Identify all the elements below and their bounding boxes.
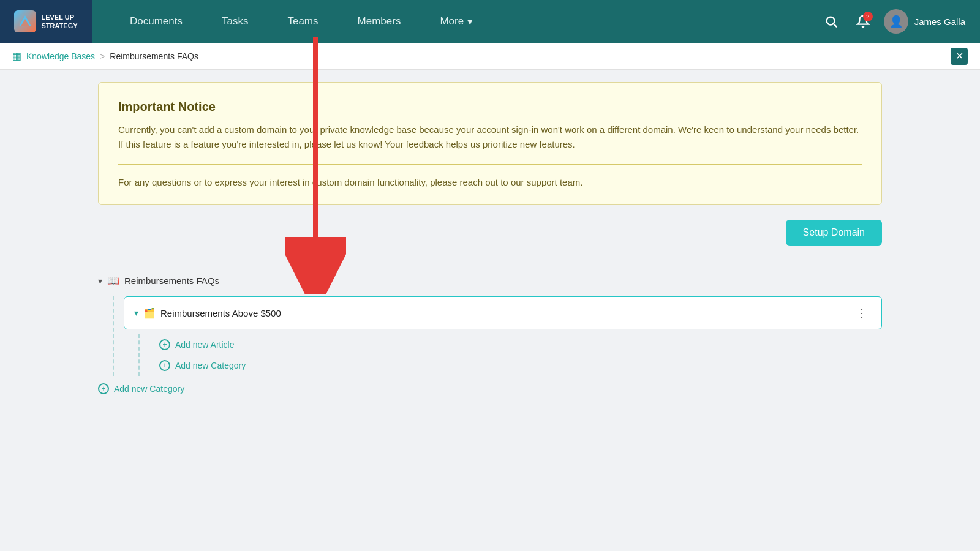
breadcrumb-action-button[interactable]: ✕ (951, 48, 968, 65)
notice-footer: For any questions or to express your int… (118, 177, 862, 187)
tree-collapse-icon[interactable]: ▾ (98, 276, 102, 286)
chevron-down-icon: ▾ (467, 15, 473, 28)
nav-members[interactable]: Members (338, 0, 421, 43)
notice-divider (118, 164, 862, 165)
main-content: Important Notice Currently, you can't ad… (0, 70, 980, 551)
tree-root-header: ▾ 📖 Reimbursements FAQs (98, 270, 882, 291)
category-more-button[interactable]: ⋮ (852, 304, 872, 321)
category-collapse-icon[interactable]: ▾ (134, 308, 138, 318)
nested-items: + Add new Article + Add new Category (138, 334, 882, 376)
category-name: Reimbursements Above $500 (160, 308, 847, 318)
svg-point-2 (826, 17, 834, 25)
navbar: level up strategy Documents Tasks Teams … (0, 0, 980, 43)
tree-section: ▾ 📖 Reimbursements FAQs ▾ 🗂️ Reimburseme… (98, 270, 882, 399)
notice-title: Important Notice (118, 100, 862, 114)
breadcrumb-current-page: Reimbursements FAQs (110, 51, 198, 61)
svg-line-3 (834, 24, 837, 27)
logo-text: level up strategy (41, 13, 77, 31)
breadcrumb-kb-link[interactable]: Knowledge Bases (26, 51, 95, 61)
user-name: James Galla (914, 17, 965, 27)
nav-teams[interactable]: Teams (268, 0, 337, 43)
add-category-root-icon: + (98, 383, 109, 394)
category-row: ▾ 🗂️ Reimbursements Above $500 ⋮ (124, 296, 882, 329)
breadcrumb-separator: > (100, 51, 105, 61)
tree-root-title: Reimbursements FAQs (124, 276, 219, 286)
breadcrumb-kb-icon: ▦ (12, 50, 21, 62)
category-list: ▾ 🗂️ Reimbursements Above $500 ⋮ + Add n… (113, 296, 882, 376)
logo[interactable]: level up strategy (0, 0, 92, 43)
breadcrumb: ▦ Knowledge Bases > Reimbursements FAQs … (0, 43, 980, 70)
book-icon: 📖 (107, 275, 119, 287)
folder-icon: 🗂️ (143, 307, 156, 319)
notification-badge: 2 (863, 12, 873, 21)
logo-icon (14, 10, 36, 32)
notice-body: Currently, you can't add a custom domain… (118, 122, 862, 152)
notice-box: Important Notice Currently, you can't ad… (98, 82, 882, 205)
avatar: 👤 (884, 9, 908, 34)
add-article-link[interactable]: + Add new Article (149, 334, 882, 355)
nav-right: 2 👤 James Galla (820, 9, 980, 34)
nav-links: Documents Tasks Teams Members More ▾ (92, 0, 820, 43)
search-button[interactable] (820, 10, 842, 32)
setup-domain-button[interactable]: Setup Domain (786, 220, 882, 246)
add-category-root-link[interactable]: + Add new Category (98, 378, 882, 399)
notifications-button[interactable]: 2 (852, 10, 874, 32)
add-category-nested-link[interactable]: + Add new Category (149, 355, 882, 376)
nav-documents[interactable]: Documents (110, 0, 202, 43)
nav-more[interactable]: More ▾ (420, 0, 492, 43)
setup-domain-row: Setup Domain (98, 220, 882, 246)
user-avatar-button[interactable]: 👤 James Galla (884, 9, 965, 34)
add-category-nested-icon: + (159, 360, 170, 371)
add-article-icon: + (159, 339, 170, 350)
nav-tasks[interactable]: Tasks (202, 0, 268, 43)
